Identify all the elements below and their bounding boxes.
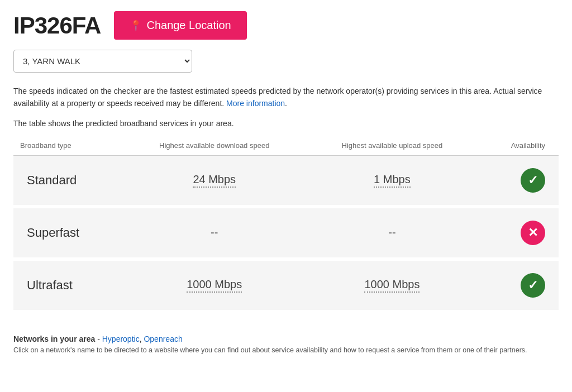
unavailable-icon: ✕ [521, 221, 545, 245]
broadband-table: Broadband type Highest available downloa… [13, 138, 559, 313]
speed-na: -- [211, 226, 218, 238]
cell-type: Superfast [13, 207, 122, 259]
header-section: IP326FA 📍 Change Location [13, 11, 559, 40]
pin-icon: 📍 [130, 20, 142, 32]
location-select[interactable]: 3, YARN WALK [13, 50, 192, 73]
col-header-type: Broadband type [13, 138, 122, 156]
cell-type: Standard [13, 155, 122, 207]
cell-download: 24 Mbps [122, 155, 307, 207]
cell-download: -- [122, 207, 307, 259]
page-title: IP326FA [13, 12, 101, 39]
available-icon: ✓ [521, 168, 545, 193]
cell-availability: ✓ [478, 259, 559, 312]
col-header-download: Highest available download speed [122, 138, 307, 156]
available-icon: ✓ [521, 273, 545, 298]
networks-separator: - [97, 334, 102, 343]
networks-label: Networks in your area [13, 334, 95, 343]
cell-availability: ✓ [478, 155, 559, 207]
table-row: Standard24 Mbps1 Mbps✓ [13, 155, 559, 207]
cell-upload: -- [307, 207, 478, 259]
col-header-availability: Availability [478, 138, 559, 156]
table-row: Superfast----✕ [13, 207, 559, 259]
networks-sub-text: Click on a network's name to be directed… [13, 346, 559, 354]
table-header-row: Broadband type Highest available downloa… [13, 138, 559, 156]
more-info-link[interactable]: More information [226, 99, 285, 108]
cell-type: Ultrafast [13, 259, 122, 312]
networks-title-line: Networks in your area - Hyperoptic, Open… [13, 334, 559, 343]
speed-na: -- [388, 226, 395, 238]
table-intro: The table shows the predicted broadband … [13, 119, 559, 128]
cell-availability: ✕ [478, 207, 559, 259]
table-row: Ultrafast1000 Mbps1000 Mbps✓ [13, 259, 559, 312]
hyperoptic-link[interactable]: Hyperoptic [102, 334, 140, 343]
cell-download: 1000 Mbps [122, 259, 307, 312]
openreach-link[interactable]: Openreach [144, 334, 182, 343]
info-paragraph-1: The speeds indicated on the checker are … [13, 85, 559, 110]
change-location-button[interactable]: 📍 Change Location [114, 11, 246, 40]
networks-footer: Networks in your area - Hyperoptic, Open… [13, 329, 559, 354]
change-location-label: Change Location [146, 19, 231, 32]
cell-upload: 1 Mbps [307, 155, 478, 207]
cell-upload: 1000 Mbps [307, 259, 478, 312]
col-header-upload: Highest available upload speed [307, 138, 478, 156]
